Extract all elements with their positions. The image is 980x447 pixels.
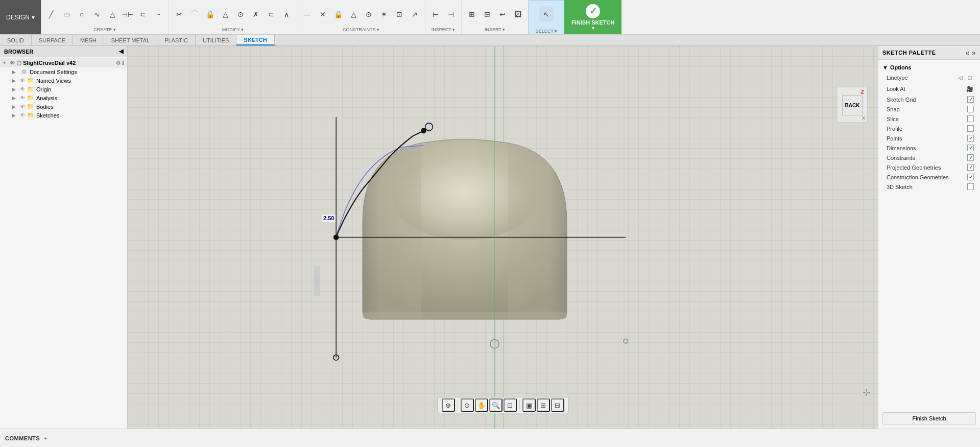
- dim-tool[interactable]: ⊣: [444, 7, 458, 21]
- con-lock-tool[interactable]: 🔒: [331, 7, 345, 21]
- construction-geometries-checkbox[interactable]: [967, 174, 974, 180]
- finish-sketch-palette-button[interactable]: Finish Sketch: [882, 412, 976, 425]
- browser-item-named-views[interactable]: ▶ 👁 📁 Named Views: [0, 76, 127, 85]
- browser-header: BROWSER ◀: [0, 46, 127, 57]
- constraints-label[interactable]: CONSTRAINTS ▾: [343, 27, 379, 32]
- trim-tool[interactable]: ✗: [249, 7, 263, 21]
- comments-expand-button[interactable]: +: [44, 435, 47, 441]
- con-line-tool[interactable]: —: [300, 7, 315, 21]
- wave-tool[interactable]: ~: [151, 7, 165, 21]
- browser-item-doc-settings[interactable]: ▶ ⚙ Document Settings: [0, 67, 127, 76]
- spline-tool[interactable]: ∿: [90, 7, 104, 21]
- scissors-tool[interactable]: ✂: [172, 7, 186, 21]
- con-circle-tool[interactable]: ⊙: [362, 7, 376, 21]
- nav-cube-icon[interactable]: ⊹: [863, 387, 870, 398]
- mirror-tool[interactable]: ⊣⊢: [121, 7, 135, 21]
- modify-tri-tool[interactable]: △: [218, 7, 232, 21]
- insert1-tool[interactable]: ⊞: [465, 7, 479, 21]
- bodies-eye[interactable]: 👁: [20, 104, 25, 109]
- finish-sketch-button[interactable]: ✓ FINISH SKETCH ▾: [564, 0, 622, 34]
- points-checkbox[interactable]: [967, 135, 974, 142]
- origin-eye[interactable]: 👁: [20, 86, 25, 92]
- viewport[interactable]: 2.50 ⋮ Z BACK X ⊹ ⊕ ⊙ ✋ 🔍 ⊡ ▣ ⊞ ⊟: [128, 46, 878, 429]
- design-button[interactable]: DESIGN ▾: [0, 0, 41, 34]
- sketch-grid-checkbox[interactable]: [967, 96, 974, 103]
- analysis-eye[interactable]: 👁: [20, 95, 25, 101]
- browser-collapse-icon[interactable]: ◀: [119, 48, 123, 55]
- rect-tool[interactable]: ▭: [59, 7, 74, 21]
- axes-indicator[interactable]: Z BACK X: [837, 87, 868, 123]
- snap-checkbox[interactable]: [967, 106, 974, 112]
- named-views-eye[interactable]: 👁: [20, 78, 25, 83]
- modify-tools: ✂ ⌒ 🔒 △ ⊙ ✗ ⊂ ∧: [172, 2, 294, 26]
- slice-label: Slice: [887, 116, 899, 122]
- browser-item-origin[interactable]: ▶ 👁 📁 Origin: [0, 85, 127, 93]
- orbit-btn[interactable]: ⊙: [461, 398, 474, 412]
- linetype-left-icon[interactable]: ◁: [956, 74, 964, 82]
- inspect-label[interactable]: INSPECT ▾: [432, 27, 455, 32]
- fit-btn[interactable]: ⊡: [504, 398, 517, 412]
- line-tool[interactable]: ╱: [44, 7, 58, 21]
- cshape-tool[interactable]: ⊂: [136, 7, 150, 21]
- tab-surface[interactable]: SURFACE: [32, 35, 73, 45]
- root-settings-icon[interactable]: ⚙: [116, 60, 121, 66]
- select-group[interactable]: ↖ SELECT ▾: [529, 0, 564, 34]
- insert3-tool[interactable]: ↩: [495, 7, 510, 21]
- select-tool[interactable]: ↖: [539, 7, 554, 21]
- browser-item-sketches[interactable]: ▶ 👁 📁 Sketches: [0, 111, 127, 120]
- measure-tool[interactable]: ⊢: [428, 7, 443, 21]
- 3d-sketch-checkbox[interactable]: [967, 183, 974, 190]
- lock-tool[interactable]: 🔒: [203, 7, 217, 21]
- offset-tool[interactable]: ⊂: [264, 7, 278, 21]
- projected-geometries-checkbox[interactable]: [967, 164, 974, 171]
- profile-checkbox[interactable]: [967, 125, 974, 132]
- root-info-icon[interactable]: ℹ: [122, 60, 124, 66]
- modify-circ-tool[interactable]: ⊙: [233, 7, 248, 21]
- pan-btn[interactable]: ✋: [475, 398, 488, 412]
- triangle-tool[interactable]: △: [105, 7, 119, 21]
- slice-checkbox[interactable]: [967, 115, 974, 122]
- constraints-checkbox[interactable]: [967, 154, 974, 161]
- fillet-tool[interactable]: ⌒: [187, 7, 202, 21]
- con-star-tool[interactable]: ✶: [377, 7, 391, 21]
- tab-utilities[interactable]: UTILITIES: [196, 35, 236, 45]
- tab-sketch[interactable]: SKETCH: [236, 35, 274, 45]
- con-arrow-tool[interactable]: ↗: [408, 7, 422, 21]
- insert4-tool[interactable]: 🖼: [511, 7, 525, 21]
- look-at-icon[interactable]: 🎥: [966, 85, 974, 93]
- root-eye[interactable]: 👁: [10, 60, 15, 66]
- more-btn[interactable]: ⊟: [551, 398, 564, 412]
- palette-title: SKETCH PALETTE: [882, 50, 936, 56]
- tab-sheet-metal[interactable]: SHEET METAL: [104, 35, 157, 45]
- con-x-tool[interactable]: ✕: [316, 7, 330, 21]
- doc-arrow: ▶: [12, 69, 18, 75]
- create-label[interactable]: CREATE ▾: [93, 27, 115, 32]
- bottom-panel: COMMENTS +: [0, 429, 980, 447]
- select-label[interactable]: SELECT ▾: [536, 29, 557, 34]
- options-header[interactable]: ▼ Options: [878, 63, 980, 72]
- dimensions-checkbox[interactable]: [967, 145, 974, 151]
- tab-plastic[interactable]: PLASTIC: [157, 35, 196, 45]
- con-tri-tool[interactable]: △: [346, 7, 361, 21]
- grid-btn[interactable]: ⊞: [537, 398, 550, 412]
- tab-solid[interactable]: SOLID: [0, 35, 32, 45]
- linetype-right-icon[interactable]: □: [966, 74, 974, 82]
- palette-collapse-left[interactable]: «: [965, 49, 969, 57]
- tab-mesh[interactable]: MESH: [73, 35, 104, 45]
- browser-item-bodies[interactable]: ▶ 👁 📁 Bodies: [0, 102, 127, 111]
- left-resize-handle[interactable]: ⋮: [314, 266, 320, 296]
- con-rect-tool[interactable]: ⊡: [392, 7, 407, 21]
- insert2-tool[interactable]: ⊟: [480, 7, 494, 21]
- circle-tool[interactable]: ○: [75, 7, 89, 21]
- browser-item-analysis[interactable]: ▶ 👁 📁 Analysis: [0, 93, 127, 102]
- insert-label[interactable]: INSERT ▾: [485, 27, 505, 32]
- visual-style-btn[interactable]: ▣: [522, 398, 536, 412]
- sketches-eye[interactable]: 👁: [20, 112, 25, 118]
- home-view-btn[interactable]: ⊕: [442, 398, 455, 412]
- modify-label[interactable]: MODIFY ▾: [222, 27, 244, 32]
- project-tool[interactable]: ∧: [279, 7, 294, 21]
- palette-expand-right[interactable]: »: [972, 49, 976, 57]
- zoom-btn[interactable]: 🔍: [489, 398, 503, 412]
- named-views-arrow: ▶: [12, 78, 18, 83]
- browser-item-root[interactable]: ▼ 👁 ◻ SlightCruveDial v42 ⚙ ℹ: [0, 58, 127, 67]
